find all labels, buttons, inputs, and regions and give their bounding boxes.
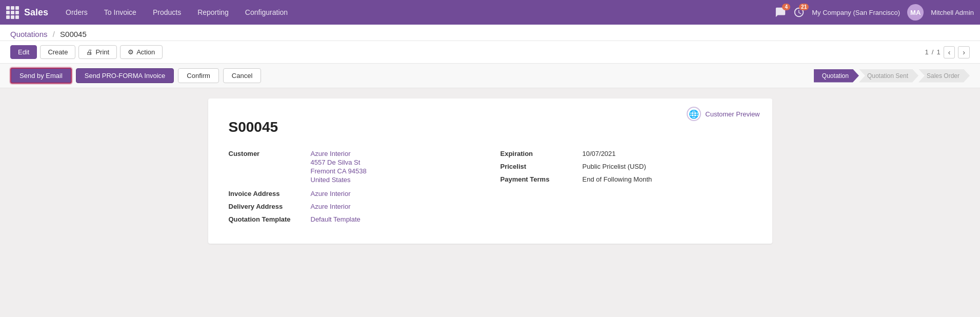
customer-address-1: 4557 De Silva St	[311, 158, 367, 166]
topnav-right: 4 21 My Company (San Francisco) MA Mitch…	[775, 4, 974, 21]
main-toolbar: Edit Create 🖨 Print ⚙ Action 1 / 1 ‹ ›	[0, 41, 980, 64]
send-by-email-button[interactable]: Send by Email	[10, 68, 72, 84]
cancel-button[interactable]: Cancel	[223, 68, 261, 83]
gear-icon: ⚙	[128, 48, 134, 56]
globe-icon: 🌐	[687, 107, 701, 121]
app-switcher-icon[interactable]	[6, 6, 19, 19]
status-pipeline: Quotation Quotation Sent Sales Order	[814, 69, 970, 83]
clock-notification[interactable]: 21	[793, 7, 805, 18]
expiration-value: 10/07/2021	[583, 150, 616, 157]
print-button[interactable]: 🖨 Print	[78, 45, 117, 59]
page-total: 1	[936, 48, 940, 56]
expiration-field: Expiration 10/07/2021	[501, 150, 752, 157]
status-step-sent[interactable]: Quotation Sent	[859, 69, 918, 83]
payment-terms-value: End of Following Month	[583, 175, 652, 183]
menu-reporting[interactable]: Reporting	[190, 5, 236, 19]
status-step-quotation[interactable]: Quotation	[814, 69, 859, 83]
expiration-label: Expiration	[501, 150, 583, 157]
status-pill-order[interactable]: Sales Order	[918, 69, 970, 83]
create-button[interactable]: Create	[40, 45, 75, 59]
document-card: 🌐 Customer Preview S00045 Customer Azure…	[208, 98, 772, 244]
user-name[interactable]: Mitchell Admin	[931, 9, 974, 16]
customer-address-2: Fremont CA 94538	[311, 167, 367, 175]
chat-notification[interactable]: 4	[775, 7, 786, 18]
print-icon: 🖨	[86, 48, 93, 56]
quotation-template-label: Quotation Template	[229, 215, 311, 223]
customer-address-3: United States	[311, 176, 367, 184]
invoice-address-label: Invoice Address	[229, 190, 311, 197]
avatar[interactable]: MA	[907, 4, 924, 21]
top-navigation: Sales Orders To Invoice Products Reporti…	[0, 0, 980, 25]
status-pill-quotation[interactable]: Quotation	[814, 69, 859, 83]
clock-badge-count: 21	[799, 4, 809, 10]
pricelist-field: Pricelist Public Pricelist (USD)	[501, 163, 752, 170]
delivery-address-label: Delivery Address	[229, 203, 311, 210]
pricelist-label: Pricelist	[501, 163, 583, 170]
customer-preview-button[interactable]: 🌐 Customer Preview	[687, 107, 759, 121]
page-counter: 1 / 1 ‹ ›	[925, 46, 970, 58]
page-current: 1	[925, 48, 929, 56]
confirm-button[interactable]: Confirm	[178, 68, 219, 83]
menu-configuration[interactable]: Configuration	[238, 5, 295, 19]
send-proforma-button[interactable]: Send PRO-FORMA Invoice	[76, 68, 174, 83]
document-title: S00045	[229, 119, 752, 135]
status-pill-sent[interactable]: Quotation Sent	[859, 69, 918, 83]
customer-field: Customer Azure Interior 4557 De Silva St…	[229, 150, 480, 184]
next-page-button[interactable]: ›	[958, 46, 970, 58]
app-brand[interactable]: Sales	[24, 7, 48, 18]
invoice-address-field: Invoice Address Azure Interior	[229, 190, 480, 197]
action-button[interactable]: ⚙ Action	[120, 45, 163, 59]
quotation-template-field: Quotation Template Default Template	[229, 215, 480, 223]
edit-button[interactable]: Edit	[10, 45, 37, 59]
breadcrumb-current: S00045	[60, 30, 87, 38]
customer-name[interactable]: Azure Interior	[311, 150, 367, 157]
main-area: 🌐 Customer Preview S00045 Customer Azure…	[0, 88, 980, 293]
top-menu: Orders To Invoice Products Reporting Con…	[58, 5, 775, 19]
chat-badge-count: 4	[782, 4, 790, 10]
invoice-address-value[interactable]: Azure Interior	[311, 190, 351, 197]
prev-page-button[interactable]: ‹	[944, 46, 955, 58]
workflow-bar: Send by Email Send PRO-FORMA Invoice Con…	[0, 64, 980, 88]
breadcrumb-parent[interactable]: Quotations	[10, 30, 48, 38]
payment-terms-field: Payment Terms End of Following Month	[501, 175, 752, 183]
company-name: My Company (San Francisco)	[812, 9, 900, 16]
quotation-template-value[interactable]: Default Template	[311, 215, 361, 223]
menu-orders[interactable]: Orders	[58, 5, 95, 19]
customer-preview-label: Customer Preview	[705, 110, 759, 118]
menu-to-invoice[interactable]: To Invoice	[97, 5, 144, 19]
status-step-order[interactable]: Sales Order	[918, 69, 970, 83]
customer-label: Customer	[229, 150, 311, 184]
customer-value: Azure Interior 4557 De Silva St Fremont …	[311, 150, 367, 184]
breadcrumb: Quotations / S00045	[0, 25, 980, 41]
pricelist-value: Public Pricelist (USD)	[583, 163, 646, 170]
document-fields: Customer Azure Interior 4557 De Silva St…	[229, 150, 752, 228]
breadcrumb-separator: /	[53, 30, 55, 38]
menu-products[interactable]: Products	[146, 5, 188, 19]
delivery-address-field: Delivery Address Azure Interior	[229, 203, 480, 210]
delivery-address-value[interactable]: Azure Interior	[311, 203, 351, 210]
payment-terms-label: Payment Terms	[501, 175, 583, 183]
